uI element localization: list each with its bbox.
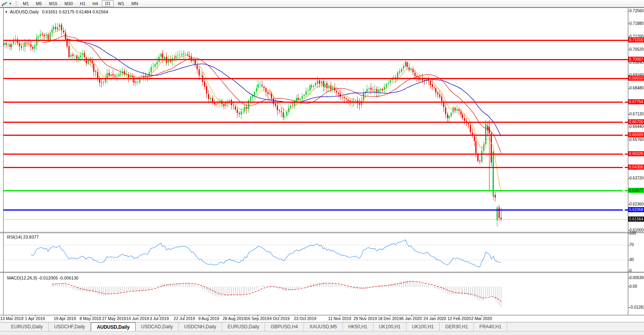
chart-mode-icon [2,1,7,6]
price-tick-0.63720: 0.63720 [629,176,644,181]
price-tick-0.71880: 0.71880 [629,21,644,26]
chevron-down-icon: ▼ [9,2,12,6]
date-label: 28 Aug 2019 [223,316,246,321]
date-label: 18 Dec 2019 [378,316,401,321]
macd-tick-0.005394: 0.005394 [629,276,644,280]
price-tick-0.67120: 0.67120 [629,112,644,117]
timeframe-button-mn[interactable]: MN [128,0,141,7]
level-price-box-0.66009[interactable]: 0.66009 [628,132,644,137]
rsi-name: RSI(14) [7,235,22,239]
level-price-box-0.63077[interactable]: 0.63077 [628,188,644,193]
level-price-box-0.69010[interactable]: 0.69010 [628,76,644,81]
chart-tab-usdcad-daily[interactable]: USDCAD,Daily [136,322,179,331]
timeframe-button-w1[interactable]: W1 [114,0,127,7]
macd-pane-label: MACD(12,26,9) -0.012005 -0.006130 [7,276,79,280]
date-label: 6 Jan 2020 [401,316,422,321]
chart-tab-eurusd-daily[interactable]: EURUSD,Daily [6,322,49,331]
ohlc-high: 0.62175 [59,9,75,14]
toolbar-grip[interactable] [15,1,17,6]
chart-tab-ger30-h1[interactable]: GER30,H1 [440,322,474,331]
timeframe-button-m1[interactable]: M1 [20,0,32,7]
level-price-box-0.65026[interactable]: 0.65026 [628,151,644,156]
level-price-box-0.67754[interactable]: 0.67754 [628,99,644,104]
timeframe-button-d1[interactable]: D1 [102,0,114,7]
date-label: 23 Oct 2019 [294,316,316,321]
timeframe-button-m15[interactable]: M15 [46,0,60,7]
date-label: 13 Mar 2019 [0,316,24,321]
macd-tick-0.00: 0.00 [629,284,644,289]
chart-title: ▼AUDUSD,Daily0.61651 0.62175 0.61484 0.6… [5,9,108,14]
date-label: 24 Jan 2020 [423,316,446,321]
chart-tab-hk50-h1[interactable]: HK50,H1 [343,322,374,331]
chart-tab-uk100-h1[interactable]: UK100,H1 [374,322,407,331]
timeframe-button-m5[interactable]: M5 [33,0,45,7]
chart-tab-xauusd-m5[interactable]: XAUUSD,M5 [304,322,343,331]
macd-tick--0.01283: -0.01283 [629,305,644,310]
date-label: 19 Apr 2019 [54,316,76,321]
chart-symbol-label: AUDUSD,Daily [10,9,39,14]
timeframe-button-h4[interactable]: H4 [89,0,101,7]
level-price-box-0.62068[interactable]: 0.62068 [628,207,644,212]
chart-tab-gbpusd-h4[interactable]: GBPUSD,H4 [265,322,304,331]
macd-signal-value: -0.006130 [59,276,79,280]
level-price-box-0.66706[interactable]: 0.66706 [628,119,644,124]
macd-name: MACD(12,26,9) [7,276,37,280]
level-price-box-0.71016[interactable]: 0.71016 [628,37,644,43]
chart-tab-usdcnh-daily[interactable]: USDCNH,Daily [178,322,222,331]
price-tick-0.70520: 0.70520 [629,47,644,52]
price-tick-0.72560: 0.72560 [629,9,644,13]
chart-tools-button[interactable]: ▼ [0,0,13,7]
date-label: 8 May 2019 [80,316,101,321]
date-label: 12 Feb 2020 [448,316,471,321]
date-label: 29 Nov 2019 [353,316,377,321]
current-price-box: 0.61564 [628,217,644,222]
ohlc-close: 0.61564 [92,9,108,14]
chart-tab-eurusd-daily[interactable]: EURUSD,Daily [222,322,265,331]
chart-tab-audusd-daily[interactable]: AUDUSD,Daily [91,322,135,331]
rsi-tick-0: 0 [629,268,644,273]
price-chart-canvas[interactable] [0,0,644,322]
price-tick-0.65760: 0.65760 [629,137,644,142]
chart-tab-bar: EURUSD,DailyUSDCHF,DailyAUDUSD,DailyUSDC… [0,322,644,331]
rsi-tick-100: 100 [629,231,644,236]
chart-tab-usdchf-daily[interactable]: USDCHF,Daily [49,322,91,331]
price-tick-0.62360: 0.62360 [629,202,644,207]
date-label: 2 Mar 2020 [471,316,492,321]
status-bar [0,331,644,335]
level-price-box-0.70007[interactable]: 0.70007 [628,57,644,62]
date-label: 9 Aug 2019 [198,316,219,321]
price-tick-0.68480: 0.68480 [629,86,644,91]
rsi-value: 23.8377 [23,235,39,239]
macd-main-value: -0.012005 [38,276,58,280]
collapse-arrow-icon[interactable]: ▼ [5,10,8,14]
date-label: 27 May 2019 [102,316,126,321]
ohlc-open: 0.61651 [42,9,58,14]
timeframe-button-h1[interactable]: H1 [77,0,88,7]
price-tick-0.66440: 0.66440 [629,124,644,129]
timeframe-button-m30[interactable]: M30 [61,0,76,7]
timeframe-buttons: M1M5M15M30H1H4D1W1MN [19,0,142,7]
date-label: 3 Jul 2019 [150,316,169,321]
date-label: 4 Oct 2019 [269,316,289,321]
rsi-tick-70: 70 [629,242,644,247]
date-label: 14 Jun 2019 [126,316,149,321]
date-label: 1 Apr 2019 [25,316,45,321]
ohlc-low: 0.61484 [76,9,92,14]
date-label: 22 Jul 2019 [174,316,195,321]
level-price-box-0.64306[interactable]: 0.64306 [628,165,644,170]
rsi-pane-label: RSI(14) 23.8377 [7,235,39,239]
date-label: 11 Nov 2019 [328,316,351,321]
timeframe-toolbar: ▼ M1M5M15M30H1H4D1W1MN [0,0,644,7]
rsi-tick-30: 30 [629,257,644,262]
date-label: 16 Sep 2019 [246,316,269,321]
chart-tab-uk100-h1[interactable]: UK100,H1 [407,322,440,331]
chart-tab-fra40-h1[interactable]: FRA40,H1 [474,322,507,331]
